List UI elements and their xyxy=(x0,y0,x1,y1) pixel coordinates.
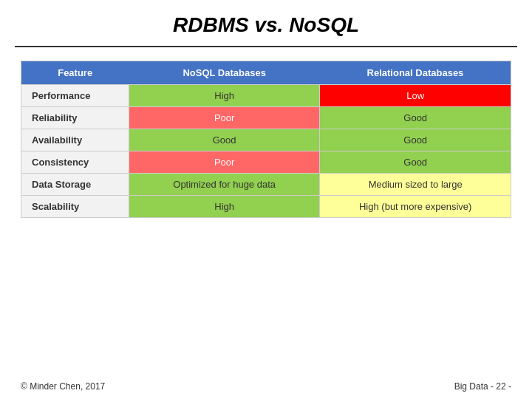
table-row: PerformanceHighLow xyxy=(21,85,511,107)
feature-header: Feature xyxy=(21,61,129,85)
nosql-cell: Optimized for huge data xyxy=(129,174,320,196)
footer-right: Big Data - 22 - xyxy=(454,381,511,392)
comparison-table: Feature NoSQL Databases Relational Datab… xyxy=(21,61,511,218)
feature-cell: Scalability xyxy=(21,196,129,218)
feature-cell: Reliability xyxy=(21,107,129,129)
relational-cell: Good xyxy=(320,151,511,174)
footer-left: © Minder Chen, 2017 xyxy=(21,381,105,392)
nosql-cell: Good xyxy=(129,129,320,151)
relational-cell: Low xyxy=(320,85,511,107)
page-title: RDBMS vs. NoSQL xyxy=(15,0,517,47)
relational-cell: Good xyxy=(320,107,511,129)
feature-cell: Data Storage xyxy=(21,174,129,196)
relational-header: Relational Databases xyxy=(320,61,511,85)
nosql-cell: High xyxy=(129,85,320,107)
table-row: ConsistencyPoorGood xyxy=(21,151,511,174)
table-row: ReliabilityPoorGood xyxy=(21,107,511,129)
nosql-cell: Poor xyxy=(129,107,320,129)
table-row: AvailabilityGoodGood xyxy=(21,129,511,151)
nosql-cell: High xyxy=(129,196,320,218)
relational-cell: High (but more expensive) xyxy=(320,196,511,218)
feature-cell: Availability xyxy=(21,129,129,151)
table-row: ScalabilityHighHigh (but more expensive) xyxy=(21,196,511,218)
relational-cell: Good xyxy=(320,129,511,151)
nosql-header: NoSQL Databases xyxy=(129,61,320,85)
relational-cell: Medium sized to large xyxy=(320,174,511,196)
table-row: Data StorageOptimized for huge dataMediu… xyxy=(21,174,511,196)
table-header-row: Feature NoSQL Databases Relational Datab… xyxy=(21,61,511,85)
feature-cell: Performance xyxy=(21,85,129,107)
feature-cell: Consistency xyxy=(21,151,129,174)
comparison-table-container: Feature NoSQL Databases Relational Datab… xyxy=(21,61,511,218)
nosql-cell: Poor xyxy=(129,151,320,174)
